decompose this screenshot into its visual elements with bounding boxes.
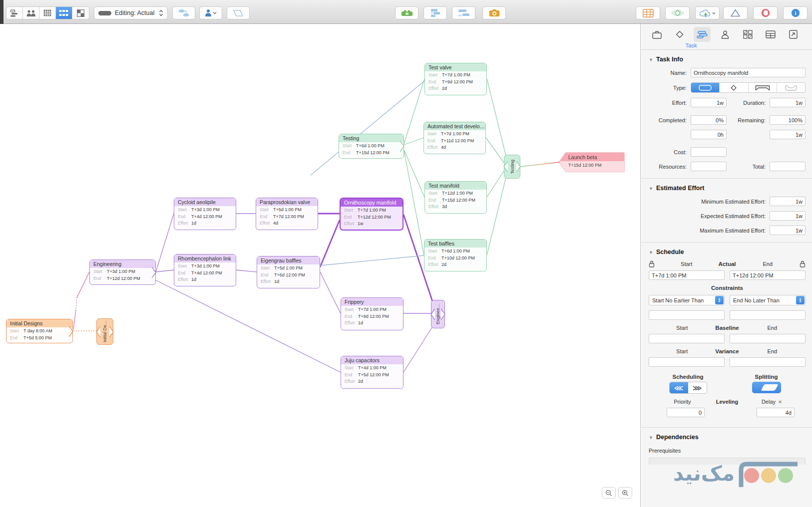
baseline-start-field[interactable] xyxy=(649,334,725,343)
task-node-test-baffles[interactable]: Test bafflesStartT+6d 1:00 PMEndT+10d 12… xyxy=(424,239,487,271)
view-network-icon-selected[interactable] xyxy=(56,7,72,19)
end-constraint-date-field[interactable] xyxy=(730,310,806,320)
type-group-segment[interactable] xyxy=(749,83,777,92)
people-icon xyxy=(26,9,36,17)
node-row: Effort1w xyxy=(341,220,403,227)
remaining-effort-field[interactable]: 1w xyxy=(770,130,806,139)
node-row: StartT+12d 1:00 PM xyxy=(425,190,486,197)
dependency-line xyxy=(404,151,424,255)
expected-effort-field[interactable]: 1w xyxy=(770,211,806,221)
task-node-initial-designs-end[interactable]: Initial De… xyxy=(96,318,113,345)
task-node-testing-group[interactable]: TestingStartT+6d 1:00 PMEndT+15d 12:00 P… xyxy=(339,134,404,159)
task-node-frippery[interactable]: FripperyStartT+7d 1:00 PMEndT+8d 12:00 P… xyxy=(341,297,404,330)
max-effort-field[interactable]: 1w xyxy=(770,226,806,235)
info-button[interactable]: i xyxy=(783,6,808,19)
tab-attachments[interactable] xyxy=(785,27,802,42)
connect-tasks-button[interactable] xyxy=(172,6,195,19)
task-info-header[interactable]: ▼Task Info xyxy=(649,56,806,63)
task-node-engineering[interactable]: EngineeringStartT+3d 1:00 PMEndT+12d 12:… xyxy=(89,259,156,285)
level-resources-button[interactable] xyxy=(395,6,418,19)
view-resources-icon[interactable] xyxy=(23,7,39,19)
total-label: Total: xyxy=(727,164,770,170)
cost-field[interactable] xyxy=(691,147,727,157)
task-node-juju-capacitors[interactable]: Juju capacitorsStartT+4d 1:00 PMEndT+5d … xyxy=(341,356,404,389)
view-styles-icon[interactable] xyxy=(72,7,89,19)
effort-field[interactable]: 1w xyxy=(691,98,727,107)
completed-hours-field[interactable]: 0h xyxy=(691,130,727,139)
publish-button[interactable] xyxy=(695,6,720,19)
type-task-segment[interactable] xyxy=(691,83,720,92)
view-calendar-icon[interactable] xyxy=(39,7,56,19)
leveling-delay-field[interactable]: 4d xyxy=(757,408,795,417)
grid-icon xyxy=(43,9,51,16)
stop-publishing-button[interactable] xyxy=(753,6,778,19)
milestones-view-button[interactable] xyxy=(665,6,690,19)
group-tasks-button[interactable] xyxy=(423,6,447,19)
task-node-paraprosdokian-valve[interactable]: Paraprosdokian valveStartT+5d 1:00 PMEnd… xyxy=(256,198,318,230)
tab-resource[interactable] xyxy=(717,27,734,42)
actual-start-field[interactable]: T+7d 1:00 PM xyxy=(649,270,725,280)
tab-milestone[interactable] xyxy=(671,27,688,42)
prerequisites-label: Prerequisites xyxy=(649,448,806,454)
tab-custom-data[interactable] xyxy=(762,27,779,42)
task-node-initial-designs[interactable]: Initial DesignsStartT day 8:00 AMEndT+5d… xyxy=(6,319,73,343)
task-node-automated-test-development[interactable]: Automated test develo…StartT+7d 1:00 PME… xyxy=(423,122,486,154)
alap-segment[interactable]: ⋙ xyxy=(688,382,707,393)
tab-task-selected[interactable] xyxy=(694,27,711,42)
actual-end-field[interactable]: T+12d 12:00 PM xyxy=(730,270,806,280)
task-name-field[interactable]: Ornithoscopy manifold xyxy=(691,68,806,77)
task-node-engineering-end[interactable]: Enginee… xyxy=(431,300,445,328)
tab-project[interactable] xyxy=(648,27,665,42)
lock-end-icon[interactable] xyxy=(800,260,806,267)
task-node-testing-end[interactable]: Testing xyxy=(504,155,520,179)
clear-delay-button[interactable]: ✕ xyxy=(778,399,782,405)
variance-end-field[interactable] xyxy=(730,357,806,367)
network-diagram-canvas[interactable]: Initial DesignsStartT day 8:00 AMEndT+5d… xyxy=(0,24,641,507)
lock-start-icon[interactable] xyxy=(649,260,655,267)
show-table-button[interactable] xyxy=(636,6,660,19)
priority-field[interactable]: 0 xyxy=(667,408,705,417)
total-field[interactable] xyxy=(770,162,806,171)
prerequisites-list[interactable] xyxy=(649,458,806,465)
estimated-effort-header[interactable]: ▼Estimated Effort xyxy=(649,185,806,192)
end-constraint-dropdown[interactable]: End No Later Than▲▼ xyxy=(730,295,806,305)
min-effort-field[interactable]: 1w xyxy=(770,197,806,206)
remaining-field[interactable]: 100% xyxy=(770,115,806,125)
catch-up-button[interactable] xyxy=(452,6,475,19)
tab-styles[interactable] xyxy=(740,27,757,42)
screenshot-button[interactable] xyxy=(482,6,506,19)
type-hammock-segment[interactable] xyxy=(777,83,805,92)
zoom-in-button[interactable] xyxy=(618,487,632,499)
task-node-rhombencephalon-link[interactable]: Rhombencephalon linkStartT+3d 1:00 PMEnd… xyxy=(174,254,236,286)
view-switcher[interactable] xyxy=(6,6,89,19)
group-icon xyxy=(430,8,441,17)
task-bar-icon xyxy=(699,85,712,91)
variance-start-field[interactable] xyxy=(649,357,725,367)
schedule-header[interactable]: ▼Schedule xyxy=(649,249,806,255)
task-node-ornithoscopy-manifold[interactable]: Ornithoscopy manifoldStartT+7d 1:00 PMEn… xyxy=(340,198,404,231)
task-node-launch-beta[interactable]: Launch beta T+15d 12:00 PM xyxy=(559,153,624,172)
hammock-task-button[interactable] xyxy=(227,6,250,19)
task-node-test-manifold[interactable]: Test manifoldStartT+12d 1:00 PMEndT+15d … xyxy=(424,181,487,214)
asap-segment[interactable]: ⋘ xyxy=(670,382,688,393)
dependencies-header[interactable]: ▼Dependencies xyxy=(649,434,806,441)
resources-cost-field[interactable] xyxy=(691,162,727,171)
splitting-toggle[interactable] xyxy=(752,382,781,393)
node-row: StartT+7d 1:00 PM xyxy=(341,207,403,214)
editing-mode-dropdown[interactable]: Editing: Actual xyxy=(94,6,168,19)
assign-resource-button[interactable] xyxy=(199,6,222,19)
zoom-out-button[interactable] xyxy=(602,487,616,499)
node-row: EndT+7d 12:00 PM xyxy=(256,213,318,220)
completed-field[interactable]: 0% xyxy=(691,115,727,125)
task-node-eigengrau-baffles[interactable]: Eigengrau bafflesStartT+5d 1:00 PMEndT+6… xyxy=(257,256,320,288)
duration-field[interactable]: 1w xyxy=(770,98,806,107)
task-node-cycloid-aeolipile[interactable]: Cycloid aeolipileStartT+3d 1:00 PMEndT+4… xyxy=(174,198,236,230)
type-milestone-segment[interactable] xyxy=(720,83,748,92)
view-task-icon[interactable] xyxy=(6,7,23,19)
change-tracking-button[interactable] xyxy=(723,6,748,19)
start-constraint-date-field[interactable] xyxy=(649,310,725,320)
node-row: EndT+12d 12:00 PM xyxy=(341,214,403,221)
start-constraint-dropdown[interactable]: Start No Earlier Than▲▼ xyxy=(649,295,725,305)
task-node-test-valve[interactable]: Test valveStartT+7d 1:00 PMEndT+9d 12:00… xyxy=(424,63,487,95)
baseline-end-field[interactable] xyxy=(730,334,806,343)
